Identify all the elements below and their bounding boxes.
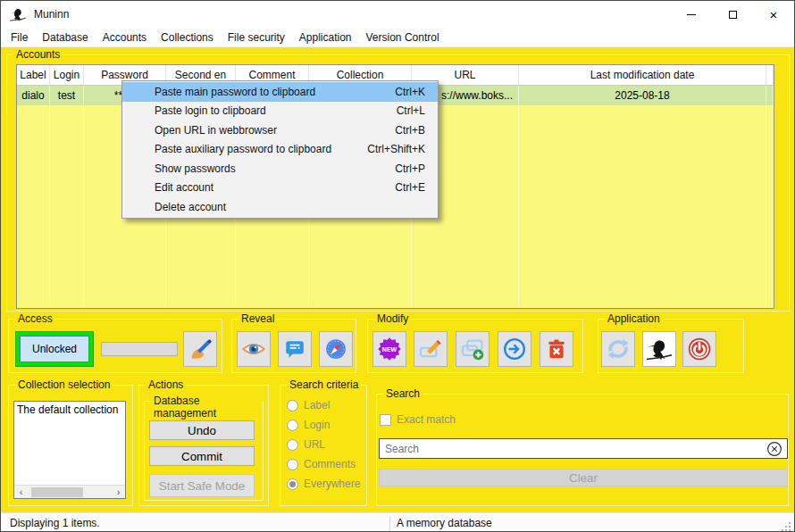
horizontal-scrollbar[interactable]: ‹ ›: [14, 485, 125, 498]
menu-item-open-url[interactable]: Open URL in webbrowser Ctrl+B: [122, 121, 438, 140]
search-criteria-label: Search criteria: [287, 378, 361, 391]
radio-option-login[interactable]: Login: [287, 419, 330, 431]
refresh-icon: [606, 337, 631, 362]
show-password-button[interactable]: [237, 331, 271, 367]
menu-file[interactable]: File: [4, 31, 35, 44]
resize-grip-icon[interactable]: [780, 520, 792, 532]
radio-option-comments[interactable]: Comments: [287, 458, 356, 470]
delete-account-button[interactable]: [540, 331, 573, 367]
accounts-group-label: Accounts: [13, 48, 63, 61]
refresh-button[interactable]: [601, 331, 635, 367]
modify-group-label: Modify: [374, 312, 411, 325]
menu-database[interactable]: Database: [35, 31, 95, 44]
checkbox-icon[interactable]: [380, 414, 391, 426]
quit-button[interactable]: [682, 331, 716, 367]
sign-in-button[interactable]: [183, 331, 217, 367]
power-icon: [687, 337, 712, 362]
edit-account-button[interactable]: [414, 331, 448, 367]
search-group-label: Search: [383, 387, 423, 400]
menu-version-control[interactable]: Version Control: [359, 31, 447, 44]
application-group-label: Application: [605, 312, 663, 325]
status-database-info: A memory database: [390, 517, 780, 529]
commit-button[interactable]: Commit: [149, 446, 255, 466]
new-account-button[interactable]: NEW: [372, 331, 406, 367]
col-label[interactable]: Label: [17, 65, 50, 85]
status-bar: Displaying 1 items. A memory database: [1, 512, 794, 532]
radio-selected-icon[interactable]: [287, 478, 298, 490]
menu-file-security[interactable]: File security: [221, 31, 292, 44]
radio-option-url[interactable]: URL: [287, 438, 325, 451]
about-muninn-button[interactable]: [642, 331, 676, 367]
duplicate-account-button[interactable]: [456, 331, 490, 367]
database-management-label: Database management: [151, 395, 263, 420]
radio-option-everywhere[interactable]: Everywhere: [287, 478, 360, 490]
menu-accounts[interactable]: Accounts: [96, 31, 154, 44]
undo-button[interactable]: Undo: [149, 420, 255, 440]
close-button[interactable]: ×: [753, 1, 794, 28]
comment-bubble-icon: [283, 337, 306, 361]
trash-delete-icon: [545, 337, 568, 361]
cell-stub: [766, 86, 774, 105]
minimize-button[interactable]: [671, 1, 712, 28]
access-group-label: Access: [15, 312, 55, 325]
column-separator: [83, 105, 84, 308]
raven-app-icon: [9, 5, 27, 23]
actions-group-label: Actions: [146, 378, 186, 391]
shortcut: Ctrl+Shift+K: [367, 143, 425, 155]
maximize-icon: [729, 11, 737, 19]
title-bar: Muninn ×: [1, 1, 794, 28]
close-icon: ×: [770, 8, 778, 21]
shortcut: Ctrl+L: [397, 104, 425, 117]
radio-icon[interactable]: [287, 439, 298, 451]
clear-button[interactable]: Clear: [379, 469, 788, 486]
menu-item-paste-login[interactable]: Paste login to clipboard Ctrl+L: [122, 102, 438, 121]
scrollbar-thumb[interactable]: [31, 487, 83, 497]
compass-browser-icon: [324, 337, 347, 361]
radio-icon[interactable]: [287, 459, 298, 470]
eye-icon: [241, 337, 266, 362]
scroll-left-arrow-icon[interactable]: ‹: [14, 486, 28, 499]
raven-icon: [645, 335, 674, 363]
exact-match-option[interactable]: Exact match: [380, 413, 456, 426]
maximize-button[interactable]: [712, 1, 753, 28]
app-window: Muninn × File Database Accounts Collecti…: [0, 0, 795, 532]
unlocked-button[interactable]: Unlocked: [20, 336, 89, 362]
search-input-wrap: [379, 438, 788, 459]
pen-hand-icon: [188, 337, 213, 362]
menu-bar: File Database Accounts Collections File …: [1, 28, 794, 47]
new-badge-icon: NEW: [377, 337, 402, 362]
menu-item-edit-account[interactable]: Edit account Ctrl+E: [122, 179, 438, 198]
shortcut: Ctrl+E: [395, 181, 425, 194]
collection-list-item[interactable]: The default collection: [14, 402, 125, 418]
move-account-button[interactable]: [498, 331, 531, 367]
radio-icon[interactable]: [287, 400, 298, 411]
reveal-group-label: Reveal: [238, 312, 277, 325]
col-login[interactable]: Login: [50, 65, 84, 85]
collection-listbox[interactable]: The default collection ‹ ›: [13, 401, 126, 499]
shortcut: Ctrl+P: [395, 162, 425, 175]
radio-option-label-field[interactable]: Label: [287, 399, 330, 411]
menu-application[interactable]: Application: [292, 31, 359, 44]
column-separator: [766, 105, 766, 308]
radio-icon[interactable]: [287, 420, 298, 431]
scroll-right-arrow-icon[interactable]: ›: [112, 486, 125, 499]
open-url-button[interactable]: [319, 331, 353, 367]
status-items-count: Displaying 1 items.: [1, 517, 389, 529]
shortcut: Ctrl+B: [395, 124, 425, 137]
cell-last-modification-date[interactable]: 2025-08-18: [519, 86, 766, 105]
duplicate-icon: [460, 337, 485, 362]
clear-search-icon[interactable]: [766, 441, 782, 457]
cell-login[interactable]: test: [50, 86, 84, 105]
master-password-field[interactable]: [101, 342, 178, 356]
cell-label[interactable]: dialo: [17, 86, 50, 105]
menu-item-delete-account[interactable]: Delete account: [122, 197, 438, 217]
menu-item-paste-main-password[interactable]: Paste main password to clipboard Ctrl+K: [122, 82, 438, 102]
start-safe-mode-button[interactable]: Start Safe Mode: [149, 474, 255, 497]
shortcut: Ctrl+K: [395, 86, 425, 98]
show-comment-button[interactable]: [278, 331, 312, 367]
menu-item-paste-auxiliary-password[interactable]: Paste auxiliary password to clipboard Ct…: [122, 140, 438, 160]
col-last-modification-date[interactable]: Last modification date: [519, 65, 766, 85]
menu-item-show-passwords[interactable]: Show passwords Ctrl+P: [122, 159, 438, 179]
search-input[interactable]: [380, 443, 766, 455]
menu-collections[interactable]: Collections: [154, 31, 221, 44]
